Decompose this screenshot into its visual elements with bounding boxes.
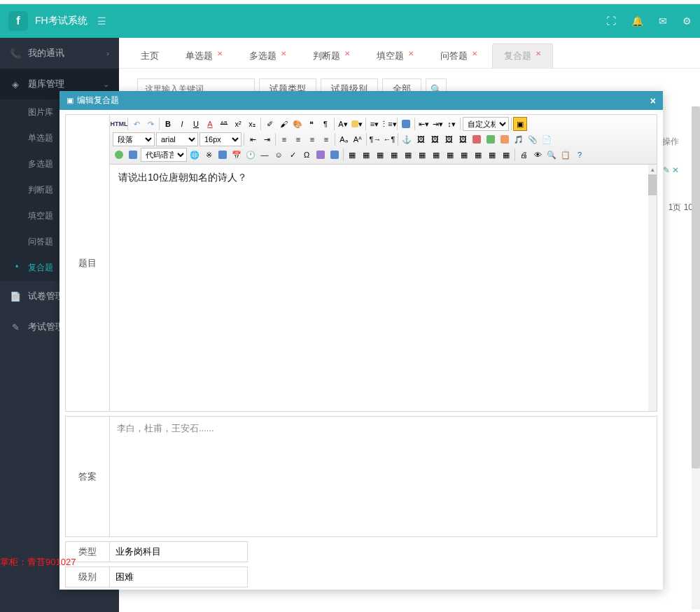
table11-icon[interactable]: ▦ [485,148,499,162]
lineheight-icon[interactable]: ↕▾ [444,117,458,131]
outdent-icon[interactable]: ⇥▾ [430,117,444,131]
mail-icon[interactable]: ✉ [659,15,667,27]
eraser-icon[interactable]: ✐ [262,117,276,131]
palette-icon[interactable]: 🎨 [290,117,304,131]
close-icon[interactable]: ✕ [536,50,541,57]
zoom-icon[interactable]: 🔍 [545,148,559,162]
table4-icon[interactable]: ▦ [387,148,401,162]
indentr-icon[interactable]: ⇥ [260,132,274,146]
rtl-icon[interactable]: ←¶ [382,132,396,146]
alignr-icon[interactable]: ≡ [305,132,319,146]
table-icon[interactable]: ▦ [345,148,359,162]
tab-home[interactable]: 主页 [129,43,171,68]
italic-icon[interactable]: I [175,117,189,131]
maximize-icon[interactable]: ▣ [513,117,527,131]
image-icon[interactable]: 🖼 [414,132,428,146]
tab-blank[interactable]: 填空题✕ [365,43,426,68]
tab-compound[interactable]: 复合题✕ [492,43,553,68]
word-icon[interactable] [328,148,342,162]
table7-icon[interactable]: ▦ [429,148,443,162]
notification-icon[interactable]: 🔔 [631,15,643,27]
date-icon[interactable]: 📅 [230,148,244,162]
template-icon[interactable] [216,148,230,162]
strike-icon[interactable]: ᴬᴮ [217,117,231,131]
face-icon[interactable] [112,148,126,162]
tab-single[interactable]: 单选题✕ [174,43,234,68]
tab-judge[interactable]: 判断题✕ [301,43,362,68]
close-icon[interactable]: ✕ [217,50,223,57]
html-button[interactable]: HTML [112,117,126,131]
answer-textarea[interactable] [110,417,657,534]
codelang-select[interactable]: 代码语言 [141,148,187,162]
redo-icon[interactable]: ↷ [144,117,158,131]
fullscreen-icon[interactable]: ⛶ [606,15,616,27]
close-icon[interactable]: ✕ [281,50,286,57]
close-icon[interactable]: ✕ [344,50,350,57]
modal-scrollbar[interactable] [692,106,700,609]
image3-icon[interactable]: 🖼 [442,132,456,146]
level-value[interactable]: 困难 [110,566,248,587]
video-icon[interactable] [484,132,498,146]
tab-answer[interactable]: 问答题✕ [428,43,489,68]
backcolor-icon[interactable]: ▾ [350,117,364,131]
alignl-icon[interactable]: ≡ [277,132,291,146]
attach-icon[interactable]: 📎 [526,132,540,146]
editor-body[interactable]: 请说出10位唐朝知名的诗人？ ▴ [110,165,657,411]
table3-icon[interactable]: ▦ [373,148,387,162]
table6-icon[interactable]: ▦ [415,148,429,162]
hr-icon[interactable]: — [258,148,272,162]
page-icon[interactable]: 📄 [540,132,554,146]
quote-icon[interactable]: ❝ [304,117,318,131]
forecolor-icon[interactable]: A▾ [336,117,350,131]
snap-icon[interactable] [314,148,328,162]
indentl-icon[interactable]: ⇤ [246,132,260,146]
time-icon[interactable]: 🕐 [244,148,258,162]
table9-icon[interactable]: ▦ [457,148,471,162]
table2-icon[interactable]: ▦ [359,148,373,162]
tab-multi[interactable]: 多选题✕ [237,43,298,68]
anchor-icon[interactable]: ⚓ [400,132,414,146]
image4-icon[interactable]: 🖼 [456,132,470,146]
question-text[interactable]: 请说出10位唐朝知名的诗人？ [110,165,657,191]
editor-scrollbar[interactable]: ▴ [648,165,657,411]
indent-icon[interactable]: ⇤▾ [416,117,430,131]
emoji-icon[interactable]: ☺ [272,148,286,162]
ref-icon[interactable]: ※ [202,148,216,162]
underline-icon[interactable]: U [189,117,203,131]
menu-toggle-icon[interactable]: ☰ [97,15,106,27]
table5-icon[interactable]: ▦ [401,148,415,162]
map-icon[interactable] [470,132,484,146]
superscript-icon[interactable]: x² [231,117,245,131]
close-icon[interactable]: ✕ [472,50,477,57]
case2-icon[interactable]: Aᴬ [351,132,365,146]
flash-icon[interactable] [498,132,512,146]
table10-icon[interactable]: ▦ [471,148,485,162]
drafts-icon[interactable]: 📋 [559,148,573,162]
ul-icon[interactable]: ⋮≡▾ [382,117,396,131]
link-box-icon[interactable] [399,117,413,131]
print-icon[interactable]: 🖨 [517,148,531,162]
music-icon[interactable]: 🎵 [512,132,526,146]
spell-icon[interactable]: ✓ [286,148,300,162]
help-icon[interactable]: ? [573,148,587,162]
chart-icon[interactable] [126,148,140,162]
pilcrow-icon[interactable]: ¶ [318,117,332,131]
case-icon[interactable]: Aₐ [337,132,351,146]
table12-icon[interactable]: ▦ [499,148,513,162]
modal-header[interactable]: ▣ 编辑复合题 × [59,91,663,110]
close-icon[interactable]: ✕ [408,50,414,57]
ol-icon[interactable]: ≡▾ [368,117,382,131]
font-select[interactable]: arial [156,132,198,146]
sidebar-item-contacts[interactable]: 📞 我的通讯 › [0,38,119,69]
undo-icon[interactable]: ↶ [130,117,144,131]
preview-icon[interactable]: 👁 [531,148,545,162]
fontcolor-icon[interactable]: A [203,117,217,131]
settings-icon[interactable]: ⚙ [682,15,692,27]
globe-icon[interactable]: 🌐 [188,148,202,162]
close-icon[interactable]: × [650,95,656,106]
bold-icon[interactable]: B [161,117,175,131]
formatbrush-icon[interactable]: 🖌 [276,117,290,131]
ltr-icon[interactable]: ¶→ [368,132,382,146]
alignj-icon[interactable]: ≡ [319,132,333,146]
omega-icon[interactable]: Ω [300,148,314,162]
